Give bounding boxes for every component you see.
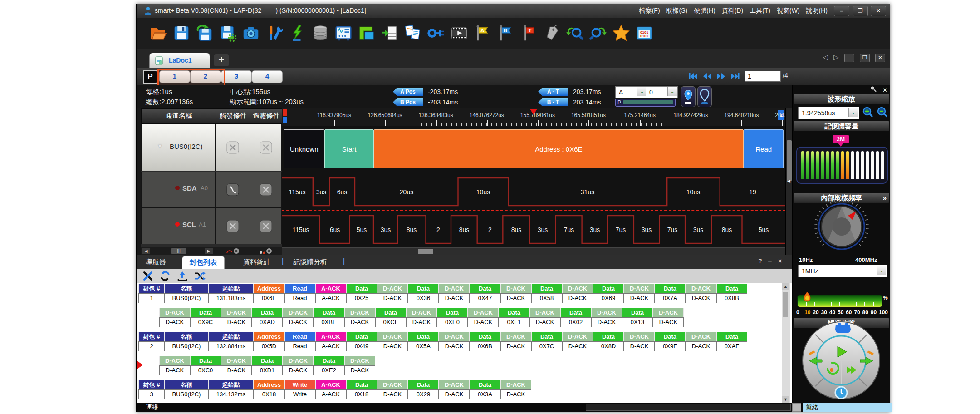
binary-view-icon[interactable]: 01010101 xyxy=(635,24,653,42)
a-t-badge[interactable]: A - T xyxy=(538,88,568,96)
save-icon[interactable] xyxy=(172,24,191,42)
save-settings-icon[interactable] xyxy=(219,24,237,42)
channel-panel-scrollbar[interactable]: ◀ ||| ▶ xyxy=(141,247,282,255)
h-scroll-thumb[interactable] xyxy=(418,249,433,254)
memory-database-icon[interactable] xyxy=(311,24,329,42)
menu-item-4[interactable]: 工具(T) xyxy=(750,7,770,15)
filter-x-icon[interactable] xyxy=(259,141,273,154)
trigger-x-icon[interactable] xyxy=(226,141,240,154)
sda-filter-cell[interactable] xyxy=(250,172,282,208)
scroll-left-icon[interactable]: ◀ xyxy=(142,248,150,254)
a-pos-badge[interactable]: A Pos xyxy=(393,88,423,96)
scroll-thumb[interactable]: ||| xyxy=(171,248,186,254)
connector-icon[interactable] xyxy=(427,24,445,42)
marker-select[interactable]: A⌄ xyxy=(615,86,647,98)
tab-navigator[interactable]: 導航器 xyxy=(146,258,166,266)
page-number-input[interactable]: 1 xyxy=(745,71,781,82)
page-button-3[interactable]: 3 xyxy=(221,70,252,83)
tab-data-statistics[interactable]: 資料統計 xyxy=(243,258,270,266)
bus-decode-row[interactable]: UnknownStartAddress : 0X6ERead xyxy=(282,127,785,171)
packet-table-scrollbar[interactable]: ▲ ▼ xyxy=(782,283,790,404)
pane-close-button[interactable]: × xyxy=(778,257,782,265)
tag-label-icon[interactable] xyxy=(543,24,561,42)
decode-segment-unknown[interactable]: Unknown xyxy=(284,129,324,168)
panel-expand-icon[interactable]: ◀ xyxy=(787,179,790,183)
save-as-icon[interactable] xyxy=(196,24,214,42)
documents-icon[interactable] xyxy=(404,24,422,42)
tab-packet-list[interactable]: 封包列表 xyxy=(182,256,225,269)
p-mode-button[interactable]: P xyxy=(143,70,157,84)
scl-filter-cell[interactable] xyxy=(250,208,282,244)
menu-item-2[interactable]: 硬體(H) xyxy=(694,7,715,15)
menu-item-1[interactable]: 取樣(S) xyxy=(666,7,688,15)
pane-minimize-button[interactable]: ‒ xyxy=(768,257,772,265)
scl-trigger-cell[interactable] xyxy=(216,208,250,244)
decode-segment-start[interactable]: Start xyxy=(324,129,374,168)
marker-flag-icon[interactable] xyxy=(283,117,287,123)
frequency-knob[interactable] xyxy=(813,197,871,256)
zoom-in-icon[interactable] xyxy=(862,106,874,118)
resize-grip[interactable] xyxy=(792,403,801,412)
flag-t-icon[interactable]: T xyxy=(519,24,538,42)
memory-gauge[interactable] xyxy=(796,147,888,184)
scroll-down-icon[interactable]: ▼ xyxy=(782,396,789,403)
pane-help-button[interactable]: ? xyxy=(758,257,762,265)
flag-b-icon[interactable]: B xyxy=(496,24,514,42)
next-page-button[interactable] xyxy=(715,72,727,81)
screenshot-icon[interactable] xyxy=(242,24,260,42)
decode-segment-address-0x6e[interactable]: Address : 0X6E xyxy=(374,129,744,168)
open-file-icon[interactable] xyxy=(149,24,167,42)
v-scroll-thumb[interactable] xyxy=(787,140,792,181)
goto-marker-button[interactable] xyxy=(681,86,696,107)
sda-row-name[interactable]: SDA A0 xyxy=(141,172,216,208)
tab-memory-analysis[interactable]: 記憶體分析 xyxy=(293,258,327,266)
scroll-up-icon[interactable]: ▲ xyxy=(782,283,789,290)
instrument-icon[interactable] xyxy=(334,24,353,42)
decode-segment-read[interactable]: Read xyxy=(744,129,784,168)
chevron-down-icon[interactable]: ⌄ xyxy=(637,87,647,96)
scroll-right-icon[interactable]: ▶ xyxy=(205,248,213,254)
pane-minimize-button[interactable]: – xyxy=(844,54,854,62)
scl-row-name[interactable]: SCL A1 xyxy=(141,208,216,244)
marker-index-select[interactable]: 0⌄ xyxy=(646,86,678,98)
flag-a-icon[interactable]: A xyxy=(473,24,491,42)
tab-scroll-right-icon[interactable]: ▷ xyxy=(833,53,839,61)
edge-trigger-icon[interactable] xyxy=(226,183,240,197)
pane-restore-button[interactable]: ❐ xyxy=(860,54,870,62)
menu-item-6[interactable]: 說明(H) xyxy=(806,7,828,15)
frequency-select[interactable]: 1MHz ⌄ xyxy=(798,265,887,277)
waveform-v-scrollbar[interactable]: ◀ xyxy=(785,108,793,255)
scroll-thumb[interactable] xyxy=(783,292,788,317)
restore-button[interactable]: ❐ xyxy=(853,6,868,16)
menu-item-3[interactable]: 資料(D) xyxy=(722,7,743,15)
bus-trigger-cell[interactable] xyxy=(216,124,250,171)
menu-item-5[interactable]: 視窗(W) xyxy=(777,7,800,15)
sda-waveform[interactable]: 115us3us6us20us10us31us10us19 xyxy=(282,172,785,210)
packet-table[interactable]: 封包 #1名稱BUS0(I2C)起始點131.183msAddress0X6ER… xyxy=(138,283,781,403)
chevron-down-icon[interactable]: ⌄ xyxy=(877,266,886,275)
filter-x-icon[interactable] xyxy=(259,219,273,233)
chevron-down-icon[interactable]: ⌄ xyxy=(848,108,858,117)
trigger-x-icon[interactable] xyxy=(226,219,240,233)
sidebar-close-icon[interactable]: ✕ xyxy=(882,87,887,94)
expand-arrows-icon[interactable]: » xyxy=(883,193,887,203)
sda-trigger-cell[interactable] xyxy=(216,172,250,208)
tab-scroll-left-icon[interactable]: ◁ xyxy=(823,53,828,61)
refresh-icon[interactable] xyxy=(159,270,171,282)
waveform-h-scrollbar[interactable] xyxy=(282,247,785,255)
trigger-flag-icon[interactable] xyxy=(283,109,287,116)
zoom-undo-icon[interactable] xyxy=(566,24,584,42)
export-data-icon[interactable] xyxy=(381,24,399,42)
window-layout-icon[interactable] xyxy=(358,24,376,42)
bus-filter-cell[interactable] xyxy=(250,124,282,171)
place-marker-button[interactable] xyxy=(697,86,712,107)
filter-condition-header[interactable]: 過濾條件 xyxy=(250,108,283,124)
flame-marker-icon[interactable] xyxy=(803,291,811,305)
zoom-value-select[interactable]: 1.942558us ⌄ xyxy=(798,107,859,119)
waveform-area[interactable]: ▲ 116.937905us126.650694us136.363483us14… xyxy=(282,108,785,255)
packet-settings-icon[interactable] xyxy=(142,270,154,282)
b-pos-badge[interactable]: B Pos xyxy=(393,98,423,106)
prev-page-button[interactable] xyxy=(701,72,713,81)
close-button[interactable]: ✕ xyxy=(871,6,886,16)
navigation-pad[interactable] xyxy=(799,321,883,402)
